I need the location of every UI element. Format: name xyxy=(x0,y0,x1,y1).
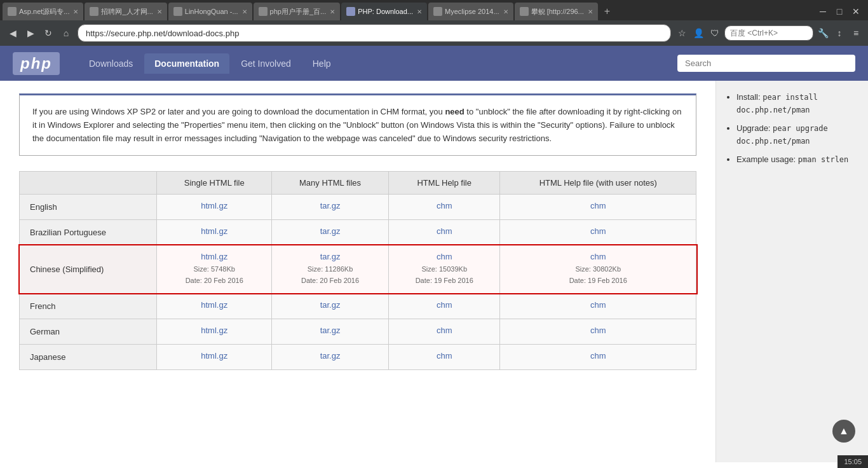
browser-actions: ☆ 👤 🛡 🔧 ↕ ≡ xyxy=(675,25,863,41)
forward-button[interactable]: ▶ xyxy=(23,25,38,41)
minimize-button[interactable]: ─ xyxy=(816,4,830,18)
download-link[interactable]: chm xyxy=(399,226,490,236)
php-search-input[interactable] xyxy=(677,55,855,72)
download-link[interactable]: html.gz xyxy=(167,226,261,236)
download-link[interactable]: chm xyxy=(510,226,686,236)
tab-favicon xyxy=(433,7,442,16)
close-icon[interactable]: ✕ xyxy=(73,8,78,15)
tab-label: 招聘网_人才网... xyxy=(101,7,153,17)
download-link[interactable]: html.gz xyxy=(167,351,261,361)
content-area: If you are using Windows XP SP2 or later… xyxy=(0,81,715,462)
taskbar-overlay: 15:05 xyxy=(837,455,868,462)
download-link[interactable]: tar.gz xyxy=(282,300,378,310)
tab-label: Asp.net源码专... xyxy=(19,7,69,17)
download-link[interactable]: html.gz xyxy=(167,252,261,261)
download-link[interactable]: tar.gz xyxy=(282,326,378,335)
file-meta: Size: 30802KbDate: 19 Feb 2016 xyxy=(510,264,686,286)
download-link[interactable]: chm xyxy=(399,252,490,261)
tab-favicon xyxy=(8,7,17,16)
warning-text: If you are using Windows XP SP2 or later… xyxy=(32,106,683,145)
download-cell: chm xyxy=(500,293,696,319)
close-icon[interactable]: ✕ xyxy=(157,8,162,15)
scroll-to-top-button[interactable]: ▲ xyxy=(832,420,855,443)
download-link[interactable]: tar.gz xyxy=(282,226,378,236)
bookmark-star-icon[interactable]: ☆ xyxy=(675,26,689,40)
download-link[interactable]: tar.gz xyxy=(282,201,378,210)
close-icon[interactable]: ✕ xyxy=(330,8,335,15)
download-link[interactable]: html.gz xyxy=(167,201,261,210)
sidebar: Install: pear install doc.php.net/pman U… xyxy=(715,81,868,462)
tab-label: Myeclipse 2014... xyxy=(445,8,499,15)
file-meta: Size: 11286KbDate: 20 Feb 2016 xyxy=(282,264,378,286)
close-window-button[interactable]: ✕ xyxy=(849,4,863,18)
sync-icon[interactable]: ↕ xyxy=(832,26,846,40)
file-meta: Size: 5748KbDate: 20 Feb 2016 xyxy=(167,264,261,286)
tab-myeclipse[interactable]: Myeclipse 2014... ✕ xyxy=(428,3,513,20)
lang-cell: Chinese (Simplified) xyxy=(20,245,157,293)
download-link[interactable]: chm xyxy=(399,326,490,335)
download-link[interactable]: tar.gz xyxy=(282,351,378,361)
sidebar-item-upgrade: Upgrade: pear upgrade doc.php.net/pman xyxy=(736,122,858,147)
download-cell: chm xyxy=(500,319,696,344)
table-row: Brazilian Portuguesehtml.gztar.gzchmchm xyxy=(20,220,696,245)
home-button[interactable]: ⌂ xyxy=(58,25,74,41)
menu-icon[interactable]: ≡ xyxy=(849,26,863,40)
nav-documentation[interactable]: Documentation xyxy=(144,53,229,74)
sidebar-list: Install: pear install doc.php.net/pman U… xyxy=(726,91,858,166)
nav-get-involved[interactable]: Get Involved xyxy=(231,53,301,74)
close-icon[interactable]: ✕ xyxy=(503,8,508,15)
download-link[interactable]: chm xyxy=(510,326,686,335)
download-link[interactable]: chm xyxy=(510,201,686,210)
col-header-lang xyxy=(20,172,157,195)
download-link[interactable]: chm xyxy=(399,300,490,310)
download-cell: chm xyxy=(388,293,500,319)
maximize-button[interactable]: □ xyxy=(832,4,846,18)
lang-cell: French xyxy=(20,293,157,319)
tab-linhong[interactable]: LinHongQuan -... ✕ xyxy=(168,3,252,20)
lang-cell: German xyxy=(20,319,157,344)
close-icon[interactable]: ✕ xyxy=(588,8,593,15)
download-link[interactable]: html.gz xyxy=(167,326,261,335)
tab-panzhuo[interactable]: 攀鲵 [http://296... ✕ xyxy=(515,3,598,20)
extensions-icon[interactable]: 🔧 xyxy=(816,26,830,40)
warning-box: If you are using Windows XP SP2 or later… xyxy=(19,93,696,156)
tab-favicon xyxy=(90,7,98,16)
url-input[interactable] xyxy=(78,24,671,42)
tab-recruit[interactable]: 招聘网_人才网... ✕ xyxy=(85,3,166,20)
shield-icon[interactable]: 🛡 xyxy=(708,26,722,40)
back-button[interactable]: ◀ xyxy=(5,25,20,41)
new-tab-button[interactable]: + xyxy=(599,3,615,20)
download-link[interactable]: chm xyxy=(510,351,686,361)
php-logo: php xyxy=(13,52,60,75)
file-meta: Size: 15039KbDate: 19 Feb 2016 xyxy=(399,264,490,286)
download-cell: chm xyxy=(388,344,500,369)
nav-downloads[interactable]: Downloads xyxy=(79,53,143,74)
download-cell: html.gz xyxy=(157,319,272,344)
tab-favicon xyxy=(520,7,529,16)
download-link[interactable]: chm xyxy=(510,252,686,261)
address-bar: ◀ ▶ ↻ ⌂ ☆ 👤 🛡 🔧 ↕ ≡ xyxy=(0,20,868,46)
reload-button[interactable]: ↻ xyxy=(41,25,56,41)
tab-phpdownload[interactable]: PHP: Download... ✕ xyxy=(341,3,427,20)
tab-label: PHP: Download... xyxy=(358,8,413,15)
download-cell: tar.gz xyxy=(272,293,389,319)
tab-asp[interactable]: Asp.net源码专... ✕ xyxy=(3,3,83,20)
table-row: Germanhtml.gztar.gzchmchm xyxy=(20,319,696,344)
download-link[interactable]: html.gz xyxy=(167,300,261,310)
download-cell: tar.gz xyxy=(272,319,389,344)
download-link[interactable]: tar.gz xyxy=(282,252,378,261)
reader-icon[interactable]: 👤 xyxy=(691,26,705,40)
nav-buttons: ◀ ▶ ↻ ⌂ xyxy=(5,25,74,41)
tab-phpmanual[interactable]: php用户手册_百... ✕ xyxy=(254,3,341,20)
download-link[interactable]: chm xyxy=(399,351,490,361)
download-cell: chm xyxy=(388,319,500,344)
close-icon[interactable]: ✕ xyxy=(242,8,247,15)
download-link[interactable]: chm xyxy=(399,201,490,210)
nav-help[interactable]: Help xyxy=(302,53,341,74)
close-icon[interactable]: ✕ xyxy=(417,8,422,15)
php-site-header: php Downloads Documentation Get Involved… xyxy=(0,46,868,81)
sidebar-item-example: Example usage: pman strlen xyxy=(736,153,858,166)
download-cell: html.gz xyxy=(157,293,272,319)
browser-search-input[interactable] xyxy=(724,25,813,41)
download-link[interactable]: chm xyxy=(510,300,686,310)
